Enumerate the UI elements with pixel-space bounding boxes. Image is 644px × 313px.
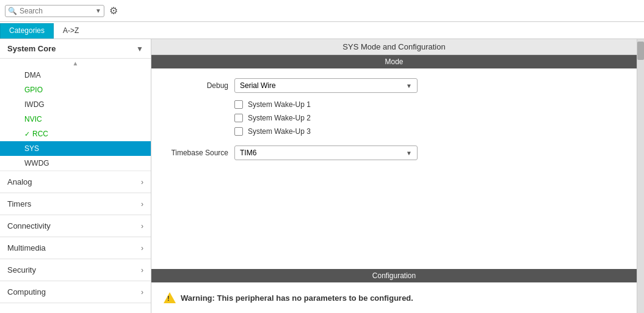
search-dropdown-arrow[interactable]: ▼ xyxy=(95,7,101,14)
wwdg-label: WWDG xyxy=(24,159,49,168)
nav-connectivity[interactable]: Connectivity › xyxy=(0,215,151,237)
connectivity-arrow: › xyxy=(141,222,143,230)
timebase-select-arrow: ▼ xyxy=(406,150,412,156)
timebase-value: TIM6 xyxy=(240,149,256,157)
system-core-items: ▲ DMA GPIO IWDG NVIC ✓ RCC xyxy=(0,59,151,171)
right-scrollbar-thumb[interactable] xyxy=(637,42,644,60)
sidebar-item-nvic[interactable]: NVIC xyxy=(0,112,151,127)
search-input[interactable] xyxy=(20,7,93,15)
tab-categories[interactable]: Categories xyxy=(0,23,54,39)
config-section: Configuration Warning: This peripheral h… xyxy=(151,269,637,313)
debug-row: Debug Serial Wire ▼ xyxy=(161,78,627,93)
timers-arrow: › xyxy=(141,200,143,208)
nav-multimedia[interactable]: Multimedia › xyxy=(0,237,151,259)
debug-label: Debug xyxy=(161,81,228,90)
connectivity-label: Connectivity xyxy=(7,221,51,230)
search-box[interactable]: 🔍 ▼ xyxy=(5,5,104,17)
wakeup2-label: System Wake-Up 2 xyxy=(248,114,311,122)
debug-select[interactable]: Serial Wire ▼ xyxy=(234,78,418,93)
nav-computing[interactable]: Computing › xyxy=(0,281,151,303)
search-icon: 🔍 xyxy=(8,7,17,15)
top-bar: 🔍 ▼ ⚙ xyxy=(0,0,644,22)
sidebar-item-wwdg[interactable]: WWDG xyxy=(0,156,151,171)
computing-arrow: › xyxy=(141,288,143,296)
wakeup3-checkbox[interactable] xyxy=(234,127,243,136)
analog-arrow: › xyxy=(141,178,143,186)
wakeup2-checkbox[interactable] xyxy=(234,114,243,122)
security-label: Security xyxy=(7,265,36,274)
system-core-label: System Core xyxy=(7,44,56,53)
warning-row: Warning: This peripheral has no paramete… xyxy=(151,282,637,313)
main-layout: System Core ▼ ▲ DMA GPIO IWDG NVIC ✓ xyxy=(0,39,644,313)
gear-icon[interactable]: ⚙ xyxy=(109,5,118,17)
rcc-label: RCC xyxy=(32,130,48,138)
wakeup1-row: System Wake-Up 1 xyxy=(161,100,627,109)
sidebar-item-iwdg[interactable]: IWDG xyxy=(0,97,151,112)
debug-select-arrow: ▼ xyxy=(406,83,412,89)
mode-section-label: Mode xyxy=(151,55,637,68)
timebase-select[interactable]: TIM6 ▼ xyxy=(234,145,418,160)
timers-label: Timers xyxy=(7,199,31,208)
sidebar-item-gpio[interactable]: GPIO xyxy=(0,83,151,97)
rcc-check-icon: ✓ xyxy=(24,130,30,138)
right-scrollbar[interactable] xyxy=(637,39,644,313)
wakeup3-row: System Wake-Up 3 xyxy=(161,127,627,136)
gpio-label: GPIO xyxy=(24,86,43,94)
system-core-header[interactable]: System Core ▼ xyxy=(0,39,151,59)
content-area: SYS Mode and Configuration Mode Debug Se… xyxy=(151,39,637,313)
content-title: SYS Mode and Configuration xyxy=(151,39,637,55)
timebase-row: Timebase Source TIM6 ▼ xyxy=(161,145,627,160)
warning-text: Warning: This peripheral has no paramete… xyxy=(181,293,413,303)
tab-bar: Categories A->Z xyxy=(0,22,644,39)
dma-label: DMA xyxy=(24,71,41,79)
wakeup1-label: System Wake-Up 1 xyxy=(248,100,311,109)
nav-timers[interactable]: Timers › xyxy=(0,193,151,215)
debug-value: Serial Wire xyxy=(240,81,276,90)
tab-az[interactable]: A->Z xyxy=(54,23,88,39)
wakeup1-checkbox[interactable] xyxy=(234,100,243,109)
wakeup2-row: System Wake-Up 2 xyxy=(161,114,627,122)
analog-label: Analog xyxy=(7,177,32,186)
iwdg-label: IWDG xyxy=(24,100,45,109)
security-arrow: › xyxy=(141,266,143,274)
nav-security[interactable]: Security › xyxy=(0,259,151,281)
wakeup3-label: System Wake-Up 3 xyxy=(248,127,311,136)
sidebar-item-dma[interactable]: DMA xyxy=(0,68,151,83)
scroll-up-indicator: ▲ xyxy=(0,59,151,68)
multimedia-arrow: › xyxy=(141,244,143,252)
sidebar: System Core ▼ ▲ DMA GPIO IWDG NVIC ✓ xyxy=(0,39,151,313)
computing-label: Computing xyxy=(7,287,46,296)
content-title-text: SYS Mode and Configuration xyxy=(342,42,445,51)
mode-section: Debug Serial Wire ▼ System Wake-Up 1 Sys… xyxy=(151,68,637,269)
config-section-label: Configuration xyxy=(151,269,637,282)
nvic-label: NVIC xyxy=(24,115,42,123)
warning-triangle-icon xyxy=(164,292,176,303)
multimedia-label: Multimedia xyxy=(7,243,46,252)
sidebar-item-rcc[interactable]: ✓ RCC xyxy=(0,127,151,141)
sys-label: SYS xyxy=(24,144,39,153)
sidebar-item-sys[interactable]: SYS xyxy=(0,141,151,156)
timebase-label: Timebase Source xyxy=(161,149,228,157)
nav-analog[interactable]: Analog › xyxy=(0,171,151,193)
system-core-chevron: ▼ xyxy=(136,45,143,53)
